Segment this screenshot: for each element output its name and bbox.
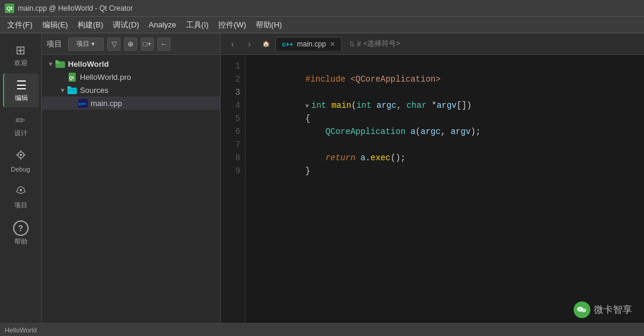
editor-toolbar: ‹ › 🏠 c++ main.cpp ✕ ⇅ # <选择符号>: [221, 33, 644, 55]
sidebar-item-help[interactable]: ? 帮助: [3, 216, 39, 251]
line-num-2: 2: [221, 73, 240, 86]
folder-icon-helloworld: [55, 59, 66, 69]
sidebar-label-help: 帮助: [14, 237, 27, 246]
breadcrumb-hash: #: [357, 40, 361, 48]
project-dropdown-btn[interactable]: 项目 ▼: [68, 38, 104, 51]
code-line-8: }: [255, 151, 644, 164]
project-tree: ▼ HelloWorld Qt: [42, 55, 220, 336]
tree-label-main-cpp: main.cpp: [91, 99, 122, 108]
line-num-7: 7: [221, 138, 240, 151]
editor-area: ‹ › 🏠 c++ main.cpp ✕ ⇅ # <选择符号> 1 2 3 4 …: [221, 33, 644, 336]
sidebar-item-project[interactable]: 项目: [3, 179, 39, 214]
nav-home-btn[interactable]: 🏠: [259, 37, 273, 51]
svg-rect-9: [55, 60, 58, 63]
menu-file[interactable]: 文件(F): [2, 18, 38, 32]
project-icon: [14, 183, 27, 200]
menu-edit[interactable]: 编辑(E): [38, 18, 73, 32]
nav-back-btn[interactable]: ‹: [225, 37, 240, 51]
sidebar-label-debug: Debug: [11, 166, 30, 173]
filter-btn[interactable]: ▽: [107, 38, 120, 51]
breadcrumb-sort-btn[interactable]: ⇅: [349, 40, 355, 48]
svg-point-6: [20, 189, 22, 191]
sidebar-label-design: 设计: [14, 129, 27, 138]
menubar: 文件(F) 编辑(E) 构建(B) 调试(D) Analyze 工具(I) 控件…: [0, 17, 644, 33]
line-num-3: 3: [221, 86, 240, 99]
watermark: 微卡智享: [574, 301, 632, 318]
tree-label-helloworld-pro: HelloWorld.pro: [80, 73, 131, 82]
design-icon: ✏: [16, 113, 26, 127]
line-num-4: 4: [221, 99, 240, 112]
tab-cpp-icon: c++: [282, 41, 293, 48]
svg-text:Qt: Qt: [69, 76, 74, 80]
project-toolbar: 项目 项目 ▼ ▽ ⊕ □+ ←: [42, 33, 220, 55]
tree-arrow-sources: ▼: [58, 87, 67, 94]
code-editor[interactable]: 1 2 3 4 5 6 7 8 9 #include <QCoreApplica…: [221, 55, 644, 336]
line-num-5: 5: [221, 112, 240, 125]
tree-item-main-cpp[interactable]: c++ main.cpp: [42, 97, 220, 110]
code-line-5: QCoreApplication a(argc, argv);: [255, 112, 644, 125]
menu-analyze[interactable]: Analyze: [144, 19, 181, 30]
left-sidebar: ⊞ 欢迎 ☰ 编辑 ✏ 设计 Debug: [0, 33, 42, 336]
tree-item-helloworld[interactable]: ▼ HelloWorld: [42, 57, 220, 70]
menu-debug[interactable]: 调试(D): [108, 18, 144, 32]
link-btn[interactable]: ⊕: [124, 38, 137, 51]
menu-control[interactable]: 控件(W): [213, 18, 251, 32]
svg-point-22: [584, 310, 585, 311]
sidebar-label-edit: 编辑: [15, 94, 28, 102]
debug-icon: [14, 148, 27, 164]
tab-label: main.cpp: [297, 40, 326, 48]
sidebar-label-project: 项目: [14, 201, 27, 210]
sidebar-item-edit[interactable]: ☰ 编辑: [3, 73, 39, 107]
code-line-3: ▼int main(int argc, char *argv[]): [255, 86, 644, 99]
code-line-2: [255, 73, 644, 86]
code-line-7: return a.exec();: [255, 138, 644, 151]
main-layout: ⊞ 欢迎 ☰ 编辑 ✏ 设计 Debug: [0, 33, 644, 336]
wechat-icon: [574, 301, 590, 318]
bottom-project-label: HelloWorld: [5, 326, 37, 334]
file-icon-cpp: c++: [78, 98, 88, 108]
add-btn[interactable]: □+: [141, 38, 154, 51]
tree-item-sources[interactable]: ▼ Sources: [42, 83, 220, 97]
svg-point-5: [20, 154, 22, 156]
app-icon: Qt: [5, 4, 14, 13]
nav-forward-btn[interactable]: ›: [242, 37, 256, 51]
code-line-4: {: [255, 99, 644, 112]
tree-label-sources: Sources: [80, 86, 109, 95]
line-num-8: 8: [221, 151, 240, 164]
sidebar-item-debug[interactable]: Debug: [3, 144, 39, 178]
code-line-6: [255, 125, 644, 138]
tab-close-btn[interactable]: ✕: [330, 41, 335, 48]
sidebar-item-design[interactable]: ✏ 设计: [3, 108, 39, 142]
line-num-9: 9: [221, 164, 240, 178]
breadcrumb-area: ⇅ # <选择符号>: [349, 39, 401, 49]
collapse-btn[interactable]: ←: [157, 38, 171, 51]
welcome-icon: ⊞: [16, 43, 26, 57]
project-toolbar-label: 项目: [47, 39, 62, 49]
svg-point-20: [581, 309, 586, 312]
code-line-9: [255, 164, 644, 178]
svg-point-21: [583, 310, 584, 311]
line-num-1: 1: [221, 60, 240, 73]
file-icon-pro: Qt: [67, 72, 78, 82]
sidebar-item-welcome[interactable]: ⊞ 欢迎: [3, 38, 39, 72]
bottom-bar: HelloWorld: [0, 323, 644, 336]
line-num-6: 6: [221, 125, 240, 138]
tree-label-helloworld: HelloWorld: [68, 60, 109, 69]
window-title: main.cpp @ HelloWorld - Qt Creator: [18, 4, 133, 13]
symbol-select[interactable]: <选择符号>: [363, 39, 400, 49]
code-content[interactable]: #include <QCoreApplication> ▼int main(in…: [246, 55, 644, 336]
menu-build[interactable]: 构建(B): [73, 18, 108, 32]
line-numbers: 1 2 3 4 5 6 7 8 9: [221, 55, 246, 336]
svg-text:c++: c++: [79, 102, 86, 106]
menu-tools[interactable]: 工具(I): [181, 18, 213, 32]
tree-item-helloworld-pro[interactable]: Qt HelloWorld.pro: [42, 70, 220, 83]
help-icon: ?: [13, 220, 29, 236]
menu-help[interactable]: 帮助(H): [251, 18, 287, 32]
code-line-1: #include <QCoreApplication>: [255, 60, 644, 73]
editor-tab-main-cpp[interactable]: c++ main.cpp ✕: [275, 37, 342, 51]
titlebar: Qt main.cpp @ HelloWorld - Qt Creator: [0, 0, 644, 17]
sidebar-label-welcome: 欢迎: [14, 58, 27, 67]
watermark-text: 微卡智享: [594, 304, 632, 316]
svg-point-18: [579, 309, 580, 310]
svg-rect-14: [67, 88, 77, 91]
